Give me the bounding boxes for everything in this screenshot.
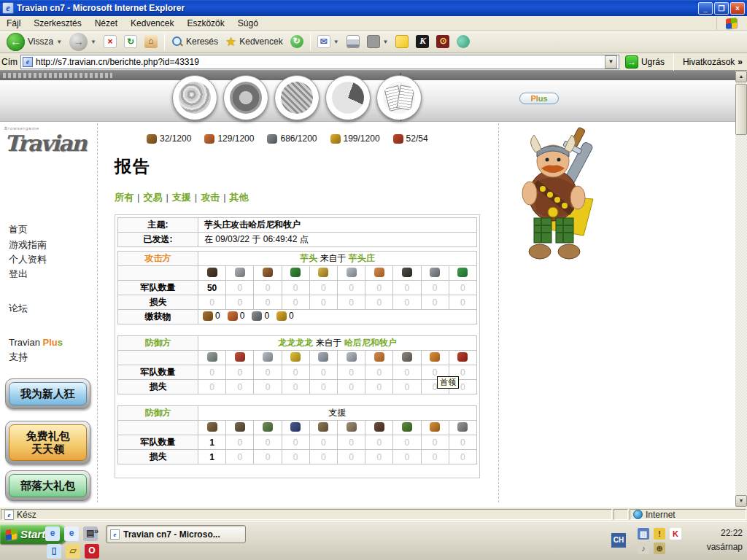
forward-dropdown-icon[interactable]: ▼ <box>90 39 96 45</box>
filter-3[interactable]: 支援 <box>172 192 191 203</box>
address-dropdown-button[interactable]: ▼ <box>605 55 617 69</box>
menu-item-Nézet[interactable]: Nézet <box>88 17 124 30</box>
vertical-scrollbar[interactable]: ▲ ▼ <box>735 71 747 507</box>
update-icon[interactable]: ⊕ <box>654 542 665 554</box>
restore-button[interactable]: ❐ <box>714 2 729 15</box>
kaspersky-button[interactable]: K <box>412 34 433 50</box>
favorites-label: Kedvencek <box>239 36 282 47</box>
launch-folder-icon[interactable]: ▱ <box>66 544 80 559</box>
sidebar-item-forum[interactable]: 论坛 <box>9 302 28 315</box>
refresh-button[interactable]: ↻ <box>120 34 141 50</box>
filter-2[interactable]: 交易 <box>143 192 162 203</box>
sidebar-item-4[interactable]: 登出 <box>9 268 28 281</box>
unit-count: 0 <box>337 365 365 380</box>
unit-count: 0 <box>421 295 449 310</box>
go-button[interactable]: → Ugrás <box>622 55 667 69</box>
unit-count: 0 <box>337 281 365 295</box>
player-link[interactable]: 哈后尼和牧户 <box>344 338 397 348</box>
unit-teutonic-knight-cell <box>337 266 365 281</box>
scroll-up-button[interactable]: ▲ <box>735 71 747 82</box>
promo-button-3[interactable]: 部落大礼包 <box>5 470 90 501</box>
launch-ie-icon[interactable]: e <box>64 526 79 541</box>
wild-boar-icon <box>318 422 328 432</box>
player-link[interactable]: 芋头 <box>300 253 317 263</box>
reports-icon[interactable] <box>376 75 422 120</box>
mail-icon: ✉ <box>317 35 330 48</box>
mail-button[interactable]: ✉▼ <box>314 34 343 50</box>
sidebar-item-support[interactable]: 支持 <box>9 351 28 364</box>
links-button[interactable]: Hivatkozások » <box>680 57 746 67</box>
unit-chief-cell <box>421 266 449 281</box>
kaspersky-icon[interactable]: K <box>670 528 681 540</box>
promo-button-1[interactable]: 我为新人狂 <box>5 378 90 409</box>
statistics-icon[interactable] <box>325 75 371 120</box>
forward-button[interactable]: → ▼ <box>66 31 100 52</box>
travian-logo[interactable]: Browsergame Travian <box>4 126 92 156</box>
kaspersky-scan-button[interactable]: ⊙ <box>433 34 453 50</box>
volume-icon[interactable]: ♪ <box>638 542 649 554</box>
print-button[interactable] <box>343 34 363 50</box>
go-arrow-icon: → <box>625 55 638 69</box>
address-input[interactable]: e http://s7.travian.cn/berichte.php?id=4… <box>20 55 619 69</box>
resource-crop-consumption-value: 52/54 <box>406 133 428 144</box>
sidebar-item-travian-plus[interactable]: Travian Plus <box>9 337 63 348</box>
promo-label: 部落大礼包 <box>9 474 87 497</box>
teutonic-knight-icon <box>347 268 357 277</box>
launch-ie-shell-icon[interactable]: e <box>45 526 60 541</box>
plus-button[interactable]: Plus <box>519 93 559 104</box>
status-panel: eKész <box>1 509 612 520</box>
village-overview-icon[interactable] <box>172 75 217 120</box>
language-indicator[interactable]: CH <box>611 533 626 548</box>
filter-4[interactable]: 攻击 <box>201 192 220 203</box>
filter-5[interactable]: 其他 <box>230 192 249 203</box>
scroll-down-button[interactable]: ▼ <box>735 495 747 507</box>
bounty-clay-value: 0 <box>240 311 245 321</box>
unit-count: 0 <box>226 380 254 394</box>
filter-1[interactable]: 所有 <box>115 192 133 203</box>
back-button[interactable]: ← Vissza ▼ <box>3 31 66 52</box>
history-button[interactable]: ↻ <box>287 34 307 50</box>
minimize-button[interactable]: _ <box>698 2 713 15</box>
village-center-icon[interactable] <box>223 75 268 120</box>
menu-item-Eszközök[interactable]: Eszközök <box>180 17 231 30</box>
unit-count: 0 <box>393 450 421 464</box>
close-button[interactable]: × <box>730 2 745 15</box>
unit-bear-cell <box>365 421 393 435</box>
back-dropdown-icon[interactable]: ▼ <box>56 39 62 45</box>
player-link[interactable]: 龙龙龙龙 <box>278 338 313 348</box>
menu-item-Szerkesztés[interactable]: Szerkesztés <box>27 17 88 30</box>
windows-flag-icon <box>726 18 737 29</box>
network-alert-icon[interactable]: ! <box>654 528 665 540</box>
quick-launch-chevron[interactable]: » <box>94 526 98 535</box>
taskbar-task-travian[interactable]: eTravian cn7 - Microso... <box>106 525 246 543</box>
edit-dropdown-icon[interactable]: ▼ <box>383 39 389 45</box>
stop-button[interactable]: × <box>100 34 120 50</box>
search-button[interactable]: Keresés <box>168 34 222 49</box>
sidebar-item-1[interactable]: 首页 <box>9 223 28 236</box>
favorites-button[interactable]: ★ Kedvencek <box>222 33 287 51</box>
sidebar-item-3[interactable]: 个人资料 <box>9 253 47 266</box>
row-label: 军队数量 <box>118 435 198 450</box>
network-icon[interactable]: ▥ <box>638 528 649 540</box>
menu-item-Kedvencek[interactable]: Kedvencek <box>124 17 180 30</box>
promo-button-2[interactable]: 免费礼包天天领 <box>5 421 90 464</box>
unit-count: 0 <box>337 435 365 450</box>
map-icon[interactable] <box>274 75 320 120</box>
menu-item-Súgó[interactable]: Súgó <box>231 17 265 30</box>
search-label: Keresés <box>186 36 218 47</box>
launch-document-icon[interactable]: ▯ <box>47 544 61 559</box>
player-link[interactable]: 芋头庄 <box>349 253 375 263</box>
msn-messenger-button[interactable] <box>453 34 473 50</box>
home-button[interactable]: ⌂ <box>141 34 161 50</box>
scrollbar-thumb[interactable] <box>735 84 747 135</box>
edit-button[interactable]: ▼ <box>363 34 392 50</box>
report-filters: 所有|交易|支援|攻击|其他 <box>115 191 480 204</box>
menu-item-Fájl[interactable]: Fájl <box>0 17 27 30</box>
mail-dropdown-icon[interactable]: ▼ <box>333 39 339 45</box>
unit-tiger-cell <box>421 421 449 435</box>
page-status-icon: e <box>4 510 14 520</box>
launch-opera-icon[interactable]: O <box>85 544 99 559</box>
sidebar-item-2[interactable]: 游戏指南 <box>9 238 47 252</box>
row-label: 军队数量 <box>118 365 198 380</box>
messenger-note-button[interactable] <box>392 34 412 50</box>
